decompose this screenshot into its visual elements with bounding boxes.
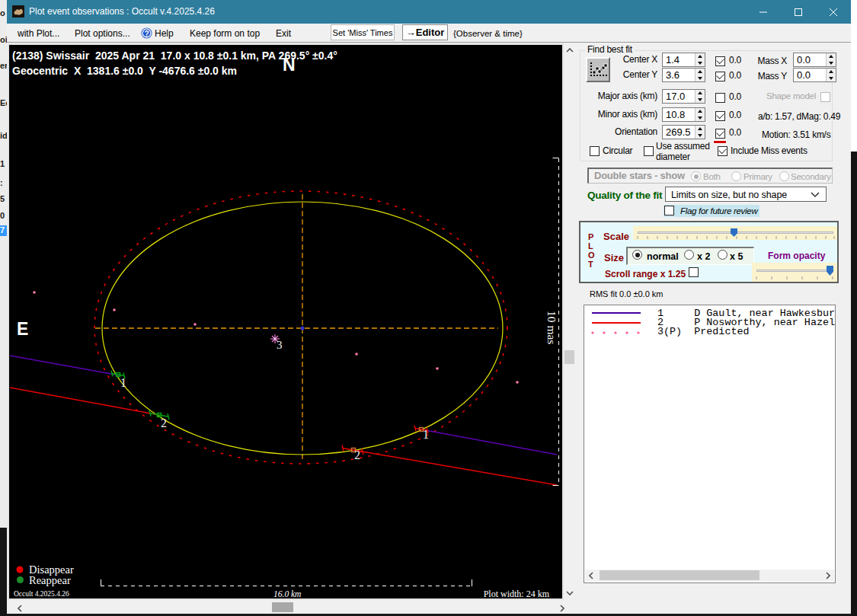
- svg-text:1: 1: [120, 376, 126, 389]
- svg-text:3: 3: [277, 339, 283, 351]
- svg-text:16.0 km: 16.0 km: [273, 589, 301, 598]
- svg-text:Plot width: 24 km: Plot width: 24 km: [484, 589, 550, 598]
- svg-text:2: 2: [354, 448, 360, 461]
- svg-text:1: 1: [423, 428, 429, 441]
- svg-text:N: N: [283, 55, 296, 75]
- svg-text:E: E: [17, 319, 28, 339]
- svg-text:Occult 4.2025.4.26: Occult 4.2025.4.26: [14, 590, 69, 598]
- svg-text:Reappear: Reappear: [29, 574, 71, 586]
- svg-text:?: ?: [144, 30, 149, 38]
- svg-text:2: 2: [161, 417, 167, 429]
- svg-text:10 mas: 10 mas: [545, 311, 558, 344]
- svg-text:Geocentric X 1381.6 ±0.0 Y: Geocentric X 1381.6 ±0.0 Y -4676.6 ±0.0 …: [12, 65, 237, 77]
